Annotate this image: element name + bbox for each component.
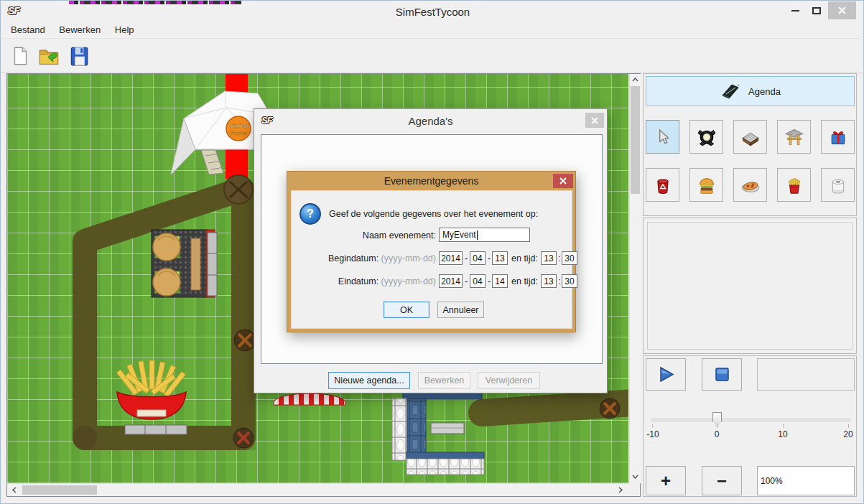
edit-agenda-button[interactable]: Bewerken (418, 372, 470, 389)
start-minute-input[interactable]: 30 (562, 251, 577, 265)
slider-tick (652, 424, 653, 428)
close-icon (838, 6, 846, 14)
slider-label: -10 (644, 429, 662, 439)
slider-label: 10 (774, 429, 792, 439)
end-minute-input[interactable]: 30 (562, 274, 577, 288)
end-label-text: Eindatum: (338, 276, 378, 286)
start-year-input[interactable]: 2014 (439, 251, 463, 265)
bench (208, 233, 217, 296)
tool-hamburger[interactable] (689, 168, 723, 202)
burger-stand (152, 230, 215, 297)
stage-platform-icon (740, 127, 761, 147)
window-title: SimFestTycoon (1, 6, 864, 18)
agendas-dialog-titlebar[interactable]: SF Agenda's (254, 109, 607, 133)
agendas-dialog-title: Agenda's (254, 115, 607, 127)
tool-gift[interactable] (821, 120, 855, 154)
cursor-icon (654, 128, 672, 146)
slider-tick (848, 424, 849, 428)
event-dialog-titlebar[interactable]: Evenementgegevens (287, 172, 575, 190)
end-hour-input[interactable]: 13 (541, 274, 557, 288)
time-separator: : (558, 276, 560, 286)
question-icon: ? (299, 203, 321, 225)
open-file-button[interactable] (35, 42, 62, 70)
pizza-icon (740, 175, 761, 195)
zoom-level-field[interactable]: 100% (757, 466, 855, 495)
tool-french-fries[interactable] (777, 168, 811, 202)
minimize-button[interactable] (785, 2, 805, 19)
scroll-up-arrow[interactable] (630, 74, 641, 85)
scroll-left-arrow[interactable] (9, 485, 20, 495)
path-x-marker (233, 428, 254, 448)
slider-tick (783, 424, 784, 428)
end-month-input[interactable]: 04 (470, 274, 486, 288)
maximize-icon (812, 7, 821, 14)
minus-icon: − (717, 471, 727, 491)
app-window: SF SimFestTycoon Bestand Bewerken Help (0, 0, 864, 504)
stop-button[interactable] (702, 358, 742, 391)
event-dialog-close-button[interactable] (553, 174, 573, 188)
play-icon (655, 364, 677, 386)
trash-can-icon (653, 175, 673, 195)
status-panel (757, 358, 855, 391)
tool-pizza[interactable] (733, 168, 767, 202)
start-date-label: Begindatum: (yyyy-mm-dd) (299, 253, 436, 263)
start-day-input[interactable]: 13 (492, 251, 508, 265)
scroll-right-arrow[interactable] (615, 485, 626, 495)
date-separator: - (488, 276, 491, 286)
title-bar: SF SimFestTycoon (1, 1, 864, 22)
zoom-out-button[interactable]: − (702, 466, 742, 495)
tool-toilet-paper[interactable] (821, 168, 855, 202)
date-separator: - (488, 253, 491, 263)
start-hour-input[interactable]: 13 (541, 251, 557, 265)
new-agenda-button[interactable]: Nieuwe agenda... (328, 372, 410, 389)
new-file-button[interactable] (6, 42, 34, 70)
agenda-button[interactable]: Agenda (646, 76, 855, 106)
ok-button[interactable]: OK (384, 302, 429, 318)
name-label: Naam evenement: (331, 230, 436, 241)
tool-select-cursor[interactable] (646, 120, 679, 154)
tool-stage-platform[interactable] (733, 120, 767, 154)
play-button[interactable] (646, 358, 686, 391)
maximize-button[interactable] (807, 2, 827, 19)
minimize-icon (791, 10, 799, 11)
text-caret (477, 230, 478, 240)
carousel-roof (274, 393, 345, 405)
start-month-input[interactable]: 04 (470, 251, 486, 265)
save-icon (68, 45, 90, 67)
speed-slider-track[interactable] (651, 419, 850, 421)
tool-spotlight[interactable] (689, 120, 723, 154)
stop-icon (711, 364, 733, 386)
bench (125, 425, 187, 434)
event-dialog-title: Evenementgegevens (287, 175, 575, 187)
close-button[interactable] (828, 1, 856, 19)
map-vertical-scrollbar[interactable] (629, 74, 641, 483)
french-fries-icon (784, 175, 804, 195)
menu-help[interactable]: Help (109, 22, 140, 37)
scroll-down-arrow[interactable] (630, 471, 641, 482)
end-year-input[interactable]: 2014 (439, 274, 463, 288)
save-file-button[interactable] (65, 42, 93, 70)
agendas-dialog-close-button[interactable] (585, 113, 604, 128)
cancel-button[interactable]: Annuleer (437, 302, 484, 318)
spotlight-icon (697, 127, 717, 147)
scaffold-icon (784, 127, 804, 147)
preview-panel-inner (647, 222, 853, 350)
menu-bewerken[interactable]: Bewerken (53, 22, 106, 37)
path-x-marker (234, 330, 256, 351)
tool-trash-can[interactable] (646, 168, 679, 202)
menu-bar: Bestand Bewerken Help (1, 22, 864, 39)
event-name-input[interactable]: MyEvent (439, 228, 530, 242)
new-file-icon (9, 45, 31, 67)
tool-scaffold-structure[interactable] (777, 120, 811, 154)
agenda-book-icon (720, 82, 741, 101)
delete-agenda-button[interactable]: Verwijderen (478, 372, 540, 389)
container-stage (392, 380, 484, 475)
end-day-input[interactable]: 14 (492, 274, 508, 288)
map-horizontal-scrollbar[interactable] (7, 483, 629, 496)
event-details-dialog: Evenementgegevens ? Geef de volgende geg… (287, 171, 576, 332)
zoom-in-button[interactable]: + (646, 466, 686, 495)
vertical-scroll-thumb[interactable] (631, 86, 640, 194)
menu-bestand[interactable]: Bestand (5, 22, 51, 37)
event-name-value: MyEvent (442, 230, 476, 240)
horizontal-scroll-thumb[interactable] (22, 485, 97, 495)
